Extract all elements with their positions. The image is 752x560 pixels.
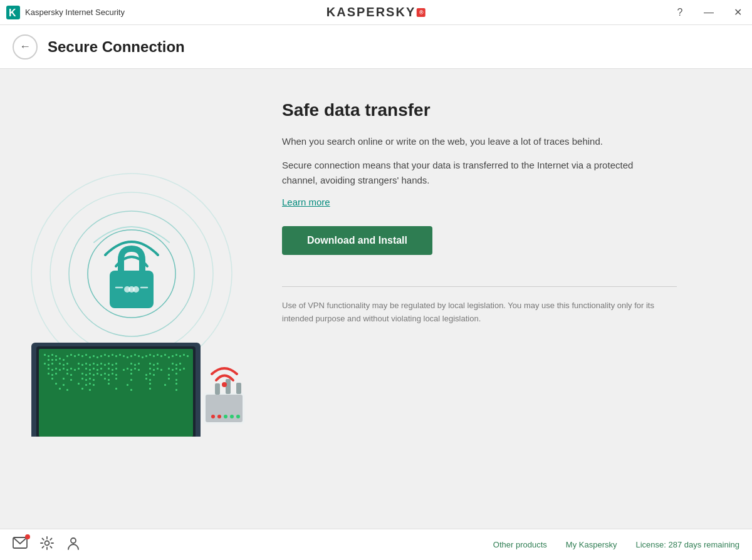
svg-rect-165 bbox=[115, 388, 117, 390]
learn-more-link[interactable]: Learn more bbox=[282, 197, 721, 207]
svg-rect-141 bbox=[93, 379, 95, 381]
svg-rect-59 bbox=[51, 363, 53, 365]
svg-rect-172 bbox=[206, 395, 243, 422]
svg-rect-26 bbox=[74, 355, 76, 357]
other-products-link[interactable]: Other products bbox=[493, 540, 547, 549]
svg-rect-152 bbox=[78, 383, 80, 385]
title-bar-center: KASPERSKY® bbox=[326, 5, 426, 19]
svg-rect-51 bbox=[168, 356, 170, 358]
svg-point-184 bbox=[71, 538, 76, 543]
app-title: Kaspersky Internet Security bbox=[25, 8, 125, 17]
svg-rect-124 bbox=[100, 374, 102, 376]
svg-rect-123 bbox=[97, 373, 98, 375]
svg-rect-138 bbox=[81, 378, 83, 380]
svg-rect-77 bbox=[149, 363, 151, 365]
svg-rect-84 bbox=[51, 369, 53, 371]
svg-rect-120 bbox=[85, 374, 87, 376]
svg-rect-82 bbox=[179, 363, 181, 365]
svg-rect-53 bbox=[175, 354, 177, 356]
svg-rect-104 bbox=[138, 369, 140, 371]
title-bar-left: K Kaspersky Internet Security bbox=[6, 6, 125, 19]
profile-button[interactable] bbox=[66, 536, 80, 553]
svg-rect-70 bbox=[104, 364, 106, 366]
svg-rect-98 bbox=[112, 369, 113, 371]
svg-point-176 bbox=[230, 415, 234, 418]
svg-rect-139 bbox=[85, 379, 87, 381]
svg-rect-111 bbox=[175, 368, 177, 370]
svg-rect-78 bbox=[153, 364, 155, 366]
svg-rect-93 bbox=[89, 369, 91, 371]
svg-rect-48 bbox=[157, 354, 159, 356]
svg-rect-109 bbox=[168, 368, 170, 370]
svg-rect-156 bbox=[108, 383, 110, 385]
svg-rect-95 bbox=[97, 369, 98, 371]
email-notification-button[interactable] bbox=[13, 537, 28, 552]
svg-rect-87 bbox=[63, 368, 65, 370]
svg-rect-40 bbox=[127, 356, 128, 358]
svg-rect-105 bbox=[149, 368, 151, 370]
svg-rect-146 bbox=[145, 378, 147, 380]
license-status: License: 287 days remaining bbox=[636, 540, 740, 549]
svg-rect-91 bbox=[78, 368, 80, 370]
svg-rect-38 bbox=[119, 354, 121, 356]
svg-rect-29 bbox=[85, 354, 87, 356]
svg-rect-121 bbox=[89, 373, 91, 375]
feature-desc-2: Secure connection means that your data i… bbox=[282, 158, 671, 188]
svg-rect-25 bbox=[70, 354, 72, 356]
svg-point-183 bbox=[45, 541, 50, 546]
svg-rect-58 bbox=[48, 364, 50, 366]
kaspersky-logo-badge: ® bbox=[417, 8, 426, 17]
footer-left-icons bbox=[13, 536, 80, 553]
svg-rect-134 bbox=[175, 373, 177, 375]
title-bar: K Kaspersky Internet Security KASPERSKY®… bbox=[0, 0, 752, 25]
svg-rect-144 bbox=[115, 378, 117, 380]
svg-point-9 bbox=[133, 286, 139, 293]
svg-rect-80 bbox=[172, 363, 174, 365]
svg-rect-155 bbox=[93, 384, 95, 386]
help-button[interactable]: ? bbox=[666, 0, 694, 25]
feature-title: Safe data transfer bbox=[282, 100, 721, 120]
svg-rect-19 bbox=[48, 359, 50, 361]
svg-rect-32 bbox=[97, 356, 98, 358]
svg-rect-125 bbox=[104, 373, 106, 375]
svg-rect-34 bbox=[104, 354, 106, 356]
svg-rect-47 bbox=[153, 355, 155, 357]
svg-rect-94 bbox=[93, 368, 95, 370]
svg-rect-61 bbox=[63, 364, 65, 366]
svg-rect-140 bbox=[89, 378, 91, 380]
svg-rect-57 bbox=[44, 363, 46, 365]
svg-rect-83 bbox=[48, 368, 50, 370]
close-button[interactable]: ✕ bbox=[723, 0, 752, 25]
svg-rect-39 bbox=[123, 355, 125, 357]
svg-rect-30 bbox=[89, 356, 91, 358]
svg-rect-44 bbox=[142, 356, 144, 358]
svg-rect-63 bbox=[78, 363, 80, 365]
settings-button[interactable] bbox=[40, 536, 54, 553]
svg-rect-56 bbox=[187, 355, 189, 357]
download-install-button[interactable]: Download and Install bbox=[282, 226, 432, 255]
minimize-button[interactable]: — bbox=[694, 0, 723, 25]
svg-rect-112 bbox=[179, 369, 181, 371]
svg-rect-41 bbox=[130, 355, 132, 357]
svg-rect-168 bbox=[175, 389, 177, 391]
my-kaspersky-link[interactable]: My Kaspersky bbox=[566, 540, 617, 549]
svg-rect-55 bbox=[183, 354, 185, 356]
svg-rect-132 bbox=[153, 374, 155, 376]
main-content: Safe data transfer When you search onlin… bbox=[0, 69, 752, 529]
svg-rect-45 bbox=[145, 355, 147, 357]
svg-rect-50 bbox=[164, 354, 166, 356]
svg-rect-135 bbox=[51, 378, 53, 380]
svg-rect-20 bbox=[51, 359, 53, 361]
svg-rect-179 bbox=[226, 379, 231, 394]
svg-rect-23 bbox=[63, 359, 65, 361]
svg-rect-157 bbox=[127, 384, 128, 386]
back-button[interactable]: ← bbox=[13, 34, 38, 60]
svg-rect-180 bbox=[236, 383, 241, 394]
svg-rect-27 bbox=[78, 354, 80, 356]
svg-rect-24 bbox=[66, 355, 68, 357]
svg-rect-76 bbox=[138, 363, 140, 365]
svg-rect-127 bbox=[112, 373, 113, 375]
feature-desc-1: When you search online or write on the w… bbox=[282, 134, 671, 149]
footer: Other products My Kaspersky License: 287… bbox=[0, 529, 752, 560]
svg-rect-107 bbox=[157, 368, 159, 370]
